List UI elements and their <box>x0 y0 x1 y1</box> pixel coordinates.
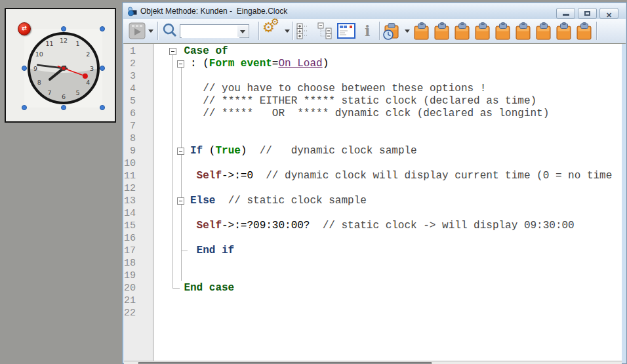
code-line[interactable]: // you have to choose between these opti… <box>153 83 622 95</box>
object-method-badge[interactable]: ⇄ <box>18 22 31 35</box>
toolbar: ⚙ ⚙ <box>123 19 626 44</box>
run-method-button[interactable] <box>129 22 146 42</box>
gutter-line-number[interactable]: 12 <box>124 182 153 195</box>
code-line[interactable]: // ***** EITHER ***** static clock (decl… <box>153 95 622 108</box>
code-line[interactable] <box>153 307 622 319</box>
code-line[interactable]: Else // static clock sample <box>153 195 622 207</box>
clipboard-clock-icon <box>382 22 402 41</box>
gutter-line-number[interactable]: 20 <box>124 282 153 294</box>
toolbar-separator <box>379 22 380 40</box>
gutter-line-number[interactable]: 13 <box>124 195 153 207</box>
svg-text:1: 1 <box>75 40 79 47</box>
code-line[interactable] <box>153 207 622 220</box>
clipboard-5[interactable] <box>495 22 512 41</box>
run-dropdown-arrow[interactable] <box>148 30 153 33</box>
information-icon: i <box>365 22 370 39</box>
combo-dropdown-arrow[interactable] <box>237 26 248 37</box>
code-line[interactable]: If (True) // dynamic clock sample <box>153 145 622 157</box>
clipboard-7[interactable] <box>535 22 552 41</box>
code-line[interactable] <box>153 232 622 245</box>
code-line[interactable]: Case of <box>153 45 622 58</box>
gutter-line-number[interactable]: 10 <box>124 157 153 170</box>
gutter-line-number[interactable]: 11 <box>124 170 153 182</box>
gutter-line-number[interactable]: 14 <box>124 207 153 220</box>
gutter-line-number[interactable]: 1 <box>124 45 153 58</box>
gutter-line-number[interactable]: 6 <box>124 108 153 120</box>
information-button[interactable]: i <box>365 22 370 39</box>
clipboard-1[interactable] <box>413 22 430 41</box>
code-line[interactable] <box>153 120 622 132</box>
gutter-line-number[interactable]: 15 <box>124 220 153 232</box>
code-line[interactable]: : (Form event=On Load) <box>153 58 622 70</box>
macros-button[interactable] <box>337 22 355 42</box>
code-line[interactable] <box>153 257 622 270</box>
svg-text:10: 10 <box>35 51 43 58</box>
gutter-line-number[interactable]: 17 <box>124 245 153 257</box>
code-line[interactable] <box>153 132 622 145</box>
code-line[interactable] <box>153 270 622 282</box>
gutter-line-number[interactable]: 3 <box>124 70 153 83</box>
code-line[interactable]: Self->:=0 // dynamic clock will display … <box>153 170 622 182</box>
gutter-line-number[interactable]: 16 <box>124 232 153 245</box>
code-line[interactable]: End if <box>153 245 622 257</box>
play-icon <box>129 22 146 39</box>
collapse-all-icon <box>317 22 333 39</box>
gutter-line-number[interactable]: 22 <box>124 307 153 319</box>
toolbar-separator <box>293 22 294 40</box>
horizontal-scrollbar[interactable] <box>124 361 622 364</box>
close-button[interactable]: ✕ <box>599 8 618 19</box>
gutter-line-number[interactable]: 21 <box>124 294 153 307</box>
object-method-icon <box>127 6 138 16</box>
clipboard-4[interactable] <box>474 22 491 41</box>
close-icon: ✕ <box>606 11 612 19</box>
clipboard-dropdown-arrow[interactable] <box>405 30 410 33</box>
clipboard-2[interactable] <box>434 22 451 41</box>
gutter-line-number[interactable]: 8 <box>124 132 153 145</box>
macros-icon <box>337 22 355 39</box>
code-line[interactable] <box>153 157 622 170</box>
titlebar[interactable]: Objekt Methode: Kunden - Eingabe.Clock ✕ <box>123 3 626 19</box>
gear-icon: ⚙ <box>271 16 279 27</box>
minimize-icon <box>563 14 569 16</box>
code-line[interactable]: // ***** OR ***** dynamic clck (declared… <box>153 108 622 120</box>
settings-dropdown-arrow[interactable] <box>285 30 290 33</box>
maximize-icon <box>584 11 590 16</box>
search-icon <box>161 22 178 39</box>
svg-text:8: 8 <box>37 79 41 86</box>
gutter-line-number[interactable]: 4 <box>124 83 153 95</box>
form-object-panel: 123456789101112 ⇄ <box>5 8 116 123</box>
search-input[interactable] <box>182 26 239 38</box>
code-line[interactable]: End case <box>153 282 622 294</box>
execution-settings-button[interactable]: ⚙ ⚙ <box>262 22 282 39</box>
clipboard-9[interactable] <box>576 22 593 41</box>
code-editor[interactable]: 12345678910111213141516171819202122 Case… <box>124 44 622 361</box>
gutter-line-number[interactable]: 9 <box>124 145 153 157</box>
expand-all-button[interactable] <box>296 22 312 42</box>
clipboard-history-button[interactable] <box>382 22 402 43</box>
search-combobox[interactable] <box>180 24 249 38</box>
code-line[interactable] <box>153 294 622 307</box>
svg-text:2: 2 <box>86 51 90 58</box>
code-line[interactable] <box>153 70 622 83</box>
clipboard-buttons <box>413 22 593 41</box>
gutter-line-number[interactable]: 2 <box>124 58 153 70</box>
clipboard-6[interactable] <box>515 22 532 41</box>
gutter-line-number[interactable]: 18 <box>124 257 153 270</box>
collapse-all-button[interactable] <box>317 22 333 42</box>
clipboard-8[interactable] <box>556 22 573 41</box>
clipboard-3[interactable] <box>454 22 471 41</box>
gutter-line-number[interactable]: 19 <box>124 270 153 282</box>
maximize-button[interactable] <box>578 8 597 19</box>
svg-text:11: 11 <box>45 40 53 47</box>
method-editor-window: Objekt Methode: Kunden - Eingabe.Clock ✕ <box>122 2 627 364</box>
expand-all-icon <box>296 22 312 39</box>
search-button[interactable] <box>161 22 178 42</box>
code-pane[interactable]: Case of : (Form event=On Load) // you ha… <box>153 44 622 361</box>
code-line[interactable]: Self->:=?09:30:00? // static clock -> wi… <box>153 220 622 232</box>
svg-text:9: 9 <box>33 65 37 72</box>
gutter-line-number[interactable]: 5 <box>124 95 153 108</box>
minimize-button[interactable] <box>556 8 575 19</box>
gutter-line-number[interactable]: 7 <box>124 120 153 132</box>
code-line[interactable] <box>153 182 622 195</box>
window-title: Objekt Methode: Kunden - Eingabe.Clock <box>140 7 287 16</box>
